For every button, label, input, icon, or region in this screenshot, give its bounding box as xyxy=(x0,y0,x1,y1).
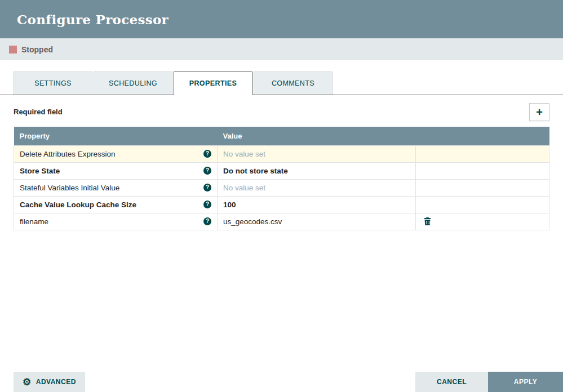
property-actions-cell xyxy=(415,196,549,213)
help-icon[interactable]: ? xyxy=(203,167,211,175)
column-header-property: Property xyxy=(14,127,218,145)
delete-property-button[interactable] xyxy=(422,216,433,226)
property-name: Store State xyxy=(20,167,60,175)
trash-icon xyxy=(424,217,431,225)
stopped-icon xyxy=(9,46,17,54)
property-row: Delete Attributes Expression?No value se… xyxy=(14,145,549,162)
property-row: Cache Value Lookup Cache Size?100 xyxy=(14,196,549,213)
properties-table-body: Delete Attributes Expression?No value se… xyxy=(14,145,549,230)
required-field-label: Required field xyxy=(14,108,63,116)
dialog-header: Configure Processor xyxy=(0,0,563,38)
add-property-button[interactable]: + xyxy=(529,103,549,121)
help-icon[interactable]: ? xyxy=(203,184,211,191)
tab-bar: SETTINGSSCHEDULINGPROPERTIESCOMMENTS xyxy=(0,72,563,95)
help-icon[interactable]: ? xyxy=(203,201,211,208)
property-name-cell: Delete Attributes Expression? xyxy=(14,145,218,162)
status-label: Stopped xyxy=(21,45,53,54)
property-name-cell: Cache Value Lookup Cache Size? xyxy=(14,196,218,213)
property-name: Cache Value Lookup Cache Size xyxy=(20,201,136,209)
status-bar: Stopped xyxy=(0,38,563,60)
gear-icon: ⚙ xyxy=(23,377,32,387)
property-actions-cell xyxy=(415,162,549,179)
column-header-value: Value xyxy=(218,127,416,145)
property-name-cell: filename? xyxy=(14,213,218,230)
property-name: filename xyxy=(20,217,48,226)
property-name: Delete Attributes Expression xyxy=(20,150,116,158)
properties-toolbar: Required field + xyxy=(14,103,549,121)
property-row: filename?us_geocodes.csv xyxy=(14,213,549,230)
advanced-button-label: ADVANCED xyxy=(36,378,76,386)
property-row: Store State?Do not store state xyxy=(14,162,549,179)
tab-comments[interactable]: COMMENTS xyxy=(254,72,333,95)
help-icon[interactable]: ? xyxy=(203,217,211,225)
cancel-button[interactable]: CANCEL xyxy=(415,372,488,392)
property-value-cell[interactable]: 100 xyxy=(218,196,416,213)
tab-settings[interactable]: SETTINGS xyxy=(14,72,92,95)
plus-icon: + xyxy=(536,106,543,118)
table-header-row: Property Value xyxy=(14,127,549,145)
help-icon[interactable]: ? xyxy=(203,150,211,158)
properties-table: Property Value Delete Attributes Express… xyxy=(14,127,549,230)
property-value-cell[interactable]: No value set xyxy=(218,179,416,196)
properties-panel: Required field + Property Value Delete A… xyxy=(0,103,563,230)
tab-scheduling[interactable]: SCHEDULING xyxy=(94,72,172,95)
dialog-title: Configure Processor xyxy=(17,12,169,27)
property-row: Stateful Variables Initial Value?No valu… xyxy=(14,179,549,196)
property-actions-cell xyxy=(415,145,549,162)
property-name: Stateful Variables Initial Value xyxy=(20,184,119,192)
property-value-cell[interactable]: us_geocodes.csv xyxy=(218,213,416,230)
property-actions-cell xyxy=(415,179,549,196)
configure-processor-dialog: Configure Processor Stopped SETTINGSSCHE… xyxy=(0,0,563,392)
property-name-cell: Stateful Variables Initial Value? xyxy=(14,179,218,196)
advanced-button[interactable]: ⚙ ADVANCED xyxy=(14,372,85,392)
property-name-cell: Store State? xyxy=(14,162,218,179)
property-actions-cell xyxy=(415,213,549,230)
apply-button[interactable]: APPLY xyxy=(488,372,563,392)
property-value-cell[interactable]: Do not store state xyxy=(218,162,416,179)
property-value-cell[interactable]: No value set xyxy=(218,145,416,162)
column-header-actions xyxy=(415,127,549,145)
tab-properties[interactable]: PROPERTIES xyxy=(174,72,252,95)
